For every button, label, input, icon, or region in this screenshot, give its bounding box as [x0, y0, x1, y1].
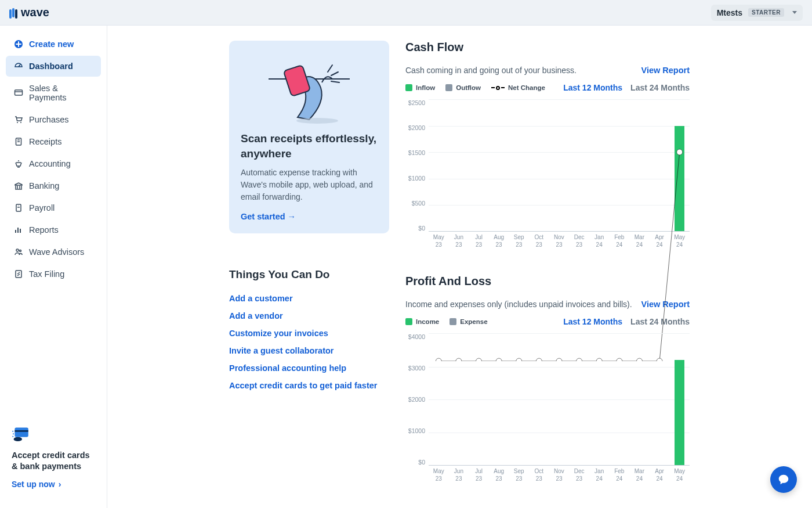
range-24-months[interactable]: Last 24 Months	[630, 317, 690, 326]
sidebar-item-label: Tax Filing	[29, 269, 64, 279]
profit-loss-title: Profit And Loss	[405, 275, 690, 288]
sidebar-item-payroll[interactable]: Payroll	[6, 197, 101, 218]
cash-flow-range-tabs: Last 12 Months Last 24 Months	[563, 83, 690, 92]
sidebar-item-label: Sales & Payments	[29, 84, 93, 102]
svg-point-10	[19, 206, 19, 206]
chart-column	[589, 334, 610, 465]
legend-inflow: Inflow	[405, 84, 435, 91]
chart-column	[489, 334, 509, 465]
svg-point-23	[296, 118, 338, 124]
sidebar-item-receipts[interactable]: Receipts	[6, 131, 101, 152]
dashboard-icon	[14, 62, 23, 71]
sidebar-promo-title: Accept credit cards & bank payments	[12, 450, 95, 473]
svg-point-20	[14, 437, 22, 441]
sidebar-item-banking[interactable]: Banking	[6, 175, 101, 196]
quick-action-link[interactable]: Invite a guest collaborator	[229, 346, 389, 355]
profit-loss-desc: Income and expenses only (includes unpai…	[405, 300, 632, 309]
chart-column	[650, 334, 670, 465]
things-you-can-do: Things You Can Do Add a customerAdd a ve…	[229, 268, 389, 390]
promo-card-desc: Automatic expense tracking with Wave's m…	[241, 167, 378, 203]
svg-point-15	[16, 249, 19, 251]
create-new-label: Create new	[29, 39, 74, 49]
quick-action-link[interactable]: Add a customer	[229, 294, 389, 303]
banking-icon	[14, 181, 23, 190]
account-switcher[interactable]: Mtests STARTER	[711, 5, 803, 21]
sidebar-promo: Accept credit cards & bank payments Set …	[0, 426, 107, 501]
sidebar-item-sales[interactable]: Sales & Payments	[6, 78, 101, 108]
legend-income: Income	[405, 318, 439, 325]
sidebar-item-label: Reports	[29, 225, 59, 235]
chat-fab[interactable]	[770, 466, 797, 493]
chart-column	[429, 334, 449, 465]
receipts-icon	[14, 137, 23, 146]
sidebar-item-label: Payroll	[29, 203, 55, 212]
chart-column	[629, 334, 650, 465]
brand-logo[interactable]: wave	[9, 6, 49, 19]
sidebar-item-accounting[interactable]: Accounting	[6, 153, 101, 174]
app-header: wave Mtests STARTER	[0, 0, 812, 26]
create-new-button[interactable]: Create new	[6, 34, 101, 55]
plus-circle-icon	[14, 39, 23, 49]
sidebar: Create new DashboardSales & PaymentsPurc…	[0, 26, 107, 508]
chart-column	[569, 334, 589, 465]
plan-badge: STARTER	[748, 8, 784, 17]
sidebar-item-dashboard[interactable]: Dashboard	[6, 56, 101, 77]
chart-column	[569, 100, 589, 231]
range-12-months[interactable]: Last 12 Months	[563, 317, 622, 326]
tax-icon	[14, 269, 23, 279]
profit-loss-view-report-link[interactable]: View Report	[641, 300, 690, 309]
sales-icon	[14, 88, 23, 98]
sidebar-item-label: Receipts	[29, 137, 61, 146]
svg-rect-19	[14, 430, 28, 432]
profit-loss-legend: Income Expense	[405, 318, 488, 325]
chart-column	[469, 100, 489, 231]
wave-logo-icon	[9, 8, 17, 17]
svg-point-4	[17, 122, 18, 123]
svg-point-16	[20, 250, 21, 252]
cash-flow-view-report-link[interactable]: View Report	[641, 66, 690, 75]
quick-action-link[interactable]: Professional accounting help	[229, 363, 389, 373]
legend-expense: Expense	[449, 318, 487, 325]
quick-action-link[interactable]: Customize your invoices	[229, 329, 389, 338]
sidebar-item-advisors[interactable]: Wave Advisors	[6, 242, 101, 262]
svg-point-5	[20, 122, 21, 123]
svg-rect-17	[16, 271, 21, 278]
legend-outflow: Outflow	[445, 84, 481, 91]
purchases-icon	[14, 115, 23, 124]
range-12-months[interactable]: Last 12 Months	[563, 83, 622, 92]
bar-income	[675, 360, 684, 465]
sidebar-promo-cta[interactable]: Set up now ›	[12, 480, 61, 489]
sidebar-item-label: Banking	[29, 181, 59, 190]
chart-column	[650, 100, 670, 231]
x-axis: May23Jun23Jul23Aug23Sep23Oct23Nov23Dec23…	[429, 466, 690, 484]
accounting-icon	[14, 159, 23, 168]
profit-loss-range-tabs: Last 12 Months Last 24 Months	[563, 317, 690, 326]
sidebar-item-label: Wave Advisors	[29, 247, 84, 257]
bar-inflow	[675, 126, 684, 231]
things-heading: Things You Can Do	[229, 268, 389, 281]
chevron-right-icon: ›	[59, 480, 61, 489]
payroll-icon	[14, 203, 23, 212]
quick-action-link[interactable]: Accept credit cards to get paid faster	[229, 381, 389, 390]
receipts-illustration	[241, 50, 378, 131]
cash-flow-desc: Cash coming in and going out of your bus…	[405, 66, 577, 75]
profit-loss-chart: $4000$3000$2000$1000$0May23Jun23Jul23Aug…	[405, 333, 690, 484]
sidebar-nav: Create new DashboardSales & PaymentsPurc…	[0, 33, 107, 426]
sidebar-item-purchases[interactable]: Purchases	[6, 109, 101, 130]
promo-card-title: Scan receipts effortlessly, anywhere	[241, 131, 378, 161]
range-24-months[interactable]: Last 24 Months	[630, 83, 690, 92]
cash-flow-chart: $2500$2000$1500$1000$500$0May23Jun23Jul2…	[405, 99, 690, 250]
legend-netchange: Net Change	[491, 84, 545, 91]
chart-column	[669, 100, 690, 231]
brand-name: wave	[21, 6, 49, 19]
sidebar-item-reports[interactable]: Reports	[6, 219, 101, 240]
promo-card-cta[interactable]: Get started →	[241, 212, 296, 221]
quick-action-link[interactable]: Add a vendor	[229, 311, 389, 320]
sidebar-item-tax[interactable]: Tax Filing	[6, 264, 101, 284]
chart-column	[609, 334, 629, 465]
chart-column	[549, 100, 570, 231]
arrow-right-icon: →	[288, 212, 296, 221]
sidebar-item-label: Accounting	[29, 159, 71, 168]
chart-column	[609, 100, 629, 231]
chart-column	[469, 334, 489, 465]
